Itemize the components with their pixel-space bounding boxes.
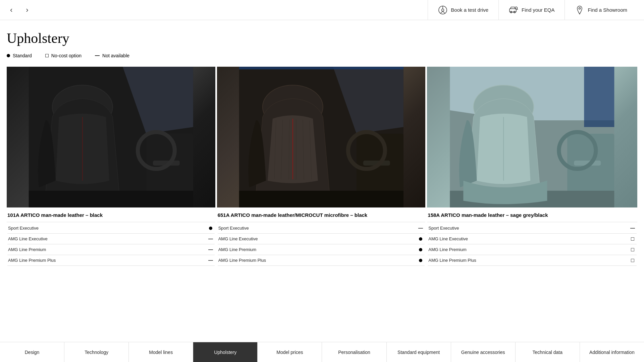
card-101a-title: 101A ARTICO man-made leather – black <box>7 212 215 218</box>
book-test-drive-action[interactable]: Book a test drive <box>428 0 498 20</box>
indicator-square <box>631 237 634 241</box>
spec-row: AMG Line Executive <box>218 234 425 244</box>
find-showroom-action[interactable]: Find a Showroom <box>565 0 637 20</box>
legend-dash-icon <box>95 55 100 56</box>
indicator-dash <box>208 249 213 250</box>
legend-notavail-label: Not available <box>102 53 129 58</box>
legend-nocost: No-cost option <box>45 53 82 58</box>
indicator-square <box>631 248 634 251</box>
spec-row: AMG Line Executive <box>428 234 637 244</box>
card-158a-title: 158A ARTICO man-made leather – sage grey… <box>427 212 637 218</box>
indicator-dot <box>209 227 212 230</box>
footer-nav-design[interactable]: Design <box>0 342 64 362</box>
indicator-dash <box>208 260 213 261</box>
svg-rect-21 <box>239 67 403 69</box>
card-651a-image <box>217 67 426 207</box>
footer-nav-personalisation[interactable]: Personalisation <box>322 342 386 362</box>
header: ‹ › Book a test drive <box>0 0 644 20</box>
indicator-dot <box>419 237 422 241</box>
svg-rect-36 <box>584 67 614 127</box>
indicator-dash <box>630 228 635 229</box>
location-pin-icon <box>575 5 584 15</box>
spec-row: AMG Line Executive <box>7 234 215 244</box>
find-eqa-label: Find your EQA <box>522 7 554 13</box>
legend-dot-icon <box>7 54 10 57</box>
card-101a-image <box>7 67 215 207</box>
indicator-dash <box>418 228 423 229</box>
svg-point-10 <box>579 7 581 9</box>
card-651a-title: 651A ARTICO man-made leather/MICROCUT mi… <box>217 212 426 218</box>
indicator-square <box>631 259 634 262</box>
svg-point-1 <box>442 9 444 11</box>
card-158a-image <box>427 67 637 207</box>
footer-nav: Design Technology Model lines Upholstery… <box>0 342 644 362</box>
legend-standard-label: Standard <box>13 53 32 58</box>
legend-nocost-label: No-cost option <box>51 53 82 58</box>
footer-nav-genuine-accessories[interactable]: Genuine accessories <box>451 342 516 362</box>
book-test-drive-label: Book a test drive <box>451 7 488 13</box>
footer-nav-technical-data[interactable]: Technical data <box>516 342 580 362</box>
card-158a-specs: Sport Executive AMG Line Executive AMG L… <box>427 222 637 266</box>
spec-row: AMG Line Premium Plus <box>7 255 215 266</box>
card-101a-specs: Sport Executive AMG Line Executive AMG L… <box>7 222 215 266</box>
spec-row: AMG Line Premium <box>428 244 637 255</box>
cards-grid: 101A ARTICO man-made leather – black Spo… <box>7 67 637 273</box>
card-651a-specs: Sport Executive AMG Line Executive AMG L… <box>217 222 426 266</box>
legend-standard: Standard <box>7 53 32 58</box>
svg-line-3 <box>440 11 443 13</box>
footer-nav-model-lines[interactable]: Model lines <box>129 342 193 362</box>
page-content: Upholstery Standard No-cost option Not a… <box>0 20 644 280</box>
footer-nav-model-prices[interactable]: Model prices <box>258 342 322 362</box>
svg-rect-33 <box>239 191 403 207</box>
find-showroom-label: Find a Showroom <box>588 7 627 13</box>
spec-row: AMG Line Premium Plus <box>428 255 637 266</box>
spec-row: Sport Executive <box>428 223 637 234</box>
legend-notavail: Not available <box>95 53 129 58</box>
steering-wheel-icon <box>438 5 447 15</box>
legend-square-icon <box>45 54 49 57</box>
svg-rect-17 <box>29 191 193 207</box>
spec-row: AMG Line Premium Plus <box>218 255 425 266</box>
indicator-dot <box>419 248 422 251</box>
prev-button[interactable]: ‹ <box>7 4 16 16</box>
footer-nav-standard-equipment[interactable]: Standard equipment <box>387 342 451 362</box>
indicator-dash <box>208 239 213 239</box>
legend: Standard No-cost option Not available <box>7 53 637 58</box>
svg-line-9 <box>517 9 518 10</box>
footer-nav-upholstery[interactable]: Upholstery <box>193 342 258 362</box>
page-title: Upholstery <box>7 30 637 46</box>
find-eqa-action[interactable]: Find your EQA <box>498 0 565 20</box>
car-search-icon <box>509 5 518 15</box>
svg-line-4 <box>443 11 445 13</box>
nav-arrows: ‹ › <box>7 4 32 16</box>
spec-row: AMG Line Premium <box>7 244 215 255</box>
header-actions: Book a test drive Find your EQA <box>428 0 637 20</box>
next-button[interactable]: › <box>22 4 32 16</box>
card-101a: 101A ARTICO man-made leather – black Spo… <box>7 67 217 273</box>
card-158a: 158A ARTICO man-made leather – sage grey… <box>427 67 637 273</box>
indicator-dot <box>419 259 422 262</box>
spec-row: AMG Line Premium <box>218 244 425 255</box>
spec-row: Sport Executive <box>7 223 215 234</box>
card-651a: 651A ARTICO man-made leather/MICROCUT mi… <box>217 67 427 273</box>
footer-nav-technology[interactable]: Technology <box>64 342 129 362</box>
footer-nav-additional-info[interactable]: Additional information <box>580 342 644 362</box>
spec-row: Sport Executive <box>218 223 425 234</box>
